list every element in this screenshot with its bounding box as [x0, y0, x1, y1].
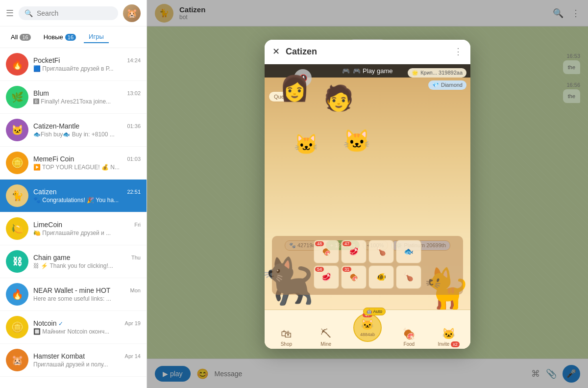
- chat-name-notcoin: Notcoin ✓: [33, 319, 63, 327]
- food-item-4[interactable]: 54 🥩: [314, 265, 339, 289]
- food-item-2[interactable]: 🍗: [368, 240, 394, 263]
- nav-generate[interactable]: 47 🤖 Auto 🐱 4884ab: [353, 313, 382, 342]
- tab-all-badge: 16: [20, 34, 30, 41]
- search-input[interactable]: [37, 9, 112, 17]
- nav-shop-label: Shop: [281, 341, 292, 347]
- sidebar: ☰ 🔍 🐹 All 16 Новые 16 Игры 🔥 PocketFi: [0, 0, 147, 388]
- tab-new[interactable]: Новые 16: [39, 31, 81, 43]
- tab-new-badge: 16: [65, 34, 76, 41]
- tab-all-label: All: [11, 33, 18, 41]
- food-grid: 48 🍖 47 🥩 🍗 🐟: [272, 236, 463, 295]
- chat-item-catizen-mantle[interactable]: 🐱 Catizen-Mantle 01:36 🐟Fish buy🐟 Buy in…: [0, 114, 147, 147]
- chat-item-catizen[interactable]: 🐈 Catizen 22:51 🐾 Congratulations! 🎉 You…: [0, 180, 147, 212]
- chat-info-catizen-mantle: Catizen-Mantle 01:36 🐟Fish buy🐟 Buy in: …: [33, 122, 141, 138]
- chat-name-blum: Blum: [33, 89, 49, 97]
- food-badge-1: 47: [343, 241, 351, 246]
- chat-preview-chain: ⛓ ⚡ Thank you for clicking!...: [33, 262, 141, 269]
- nav-mine-label: Mine: [320, 341, 331, 347]
- food-item-3[interactable]: 🐟: [396, 240, 421, 263]
- search-icon: 🔍: [24, 9, 33, 17]
- main-chat: 🐈 Catizen bot 🔍 ⋮ Yesterday 16:53 the 16…: [147, 0, 588, 388]
- chat-name-memefi: MemeFi Coin: [33, 155, 74, 163]
- chat-item-blum[interactable]: 🌿 Blum 13:02 🅱 Finally! Ares21Toxa joine…: [0, 81, 147, 114]
- chat-time-catizen: 22:51: [127, 189, 141, 195]
- chat-time-catizen-mantle: 01:36: [127, 123, 141, 129]
- game-character-man: 🧑: [323, 84, 354, 112]
- game-bottom-nav: 🛍 Shop ⛏ Mine 47 🤖 Auto 🐱 4884ab 🍖: [265, 310, 470, 349]
- popup-close-button[interactable]: ✕: [272, 46, 280, 57]
- chat-name-catizen-mantle: Catizen-Mantle: [33, 122, 79, 130]
- nav-invite[interactable]: 🐱 Invite x2: [437, 328, 461, 347]
- chat-avatar-pocketfi: 🔥: [6, 53, 28, 76]
- chat-preview-catizen-mantle: 🐟Fish buy🐟 Buy in: +8100 ...: [33, 131, 141, 138]
- crypto-badge: 🌟 Крип... 319892aa: [408, 68, 466, 78]
- tab-games-label: Игры: [89, 33, 104, 40]
- nav-shop[interactable]: 🛍 Shop: [274, 328, 298, 347]
- invite-icon: 🐱: [442, 328, 455, 340]
- chat-time-memefi: 01:03: [127, 156, 141, 162]
- nav-generate-sub: 4884ab: [360, 332, 375, 337]
- chat-time-notcoin: Apr 19: [125, 320, 141, 326]
- chat-info-catizen: Catizen 22:51 🐾 Congratulations! 🎉 You h…: [33, 188, 141, 204]
- chat-name-chain: Chain game: [33, 254, 71, 261]
- generate-icon: 🐱: [361, 318, 374, 331]
- chat-time-chain: Thu: [131, 255, 141, 260]
- auto-badge: 🤖 Auto: [363, 308, 386, 315]
- verified-icon-notcoin: ✓: [58, 320, 63, 327]
- chat-preview-near: Here are some useful links: ...: [33, 295, 141, 302]
- tab-new-label: Новые: [44, 33, 63, 41]
- chat-avatar-notcoin: 🪙: [6, 316, 28, 338]
- chat-item-limecoin[interactable]: 🍋 LimeCoin Fri 🍋 Приглашайте друзей и ..…: [0, 212, 147, 245]
- chat-time-hamster: Apr 14: [125, 353, 141, 359]
- mine-icon: ⛏: [320, 328, 331, 340]
- game-popup: ✕ Catizen ⋮ 🌟 Крип... 319892aa 💎 Diamond: [265, 40, 470, 349]
- chat-avatar-limecoin: 🍋: [6, 217, 28, 240]
- food-badge-4: 54: [315, 267, 324, 272]
- game-top-bar: 🌟 Крип... 319892aa 💎 Diamond: [408, 68, 466, 90]
- chat-item-hamster[interactable]: 🐹 Hamster Kombat Apr 14 Приглашай друзей…: [0, 344, 147, 377]
- chat-name-near: NEAR Wallet - mine HOT: [33, 286, 110, 294]
- chat-item-near[interactable]: 🔥 NEAR Wallet - mine HOT Mon Here are so…: [0, 278, 147, 311]
- chat-preview-limecoin: 🍋 Приглашайте друзей и ...: [33, 230, 141, 236]
- popup-menu-icon[interactable]: ⋮: [454, 46, 463, 57]
- chat-item-chain[interactable]: ⛓ Chain game Thu ⛓ ⚡ Thank you for click…: [0, 245, 147, 278]
- diamond-badge-text: Diamond: [441, 82, 463, 88]
- chat-avatar-near: 🔥: [6, 283, 28, 306]
- food-item-5[interactable]: 31 🍖: [341, 265, 367, 289]
- crypto-badge-text: Крип... 319892aa: [420, 70, 463, 76]
- shop-icon: 🛍: [281, 328, 292, 340]
- food-item-1[interactable]: 47 🥩: [341, 240, 367, 263]
- chat-preview-blum: 🅱 Finally! Ares21Toxa joine...: [33, 98, 141, 105]
- chat-preview-catizen: 🐾 Congratulations! 🎉 You ha...: [33, 197, 141, 204]
- chat-name-pocketfi: PocketFi: [33, 56, 60, 64]
- nav-mine[interactable]: ⛏ Mine: [314, 328, 338, 347]
- food-item-7[interactable]: 🍗: [396, 265, 421, 289]
- chat-info-pocketfi: PocketFi 14:24 🟦 Приглашайте друзей в Р.…: [33, 56, 141, 72]
- chat-preview-hamster: Приглашай друзей и полу...: [33, 361, 141, 368]
- play-game-icon: 🎮: [342, 67, 350, 75]
- chat-avatar-memefi: 🪙: [6, 152, 28, 174]
- food-item-0[interactable]: 48 🍖: [314, 240, 339, 263]
- search-bar[interactable]: 🔍: [19, 6, 118, 20]
- tab-all[interactable]: All 16: [6, 31, 36, 43]
- nav-food[interactable]: 🍖 Food: [397, 328, 421, 347]
- user-avatar[interactable]: 🐹: [123, 4, 141, 22]
- food-item-6[interactable]: 🐠: [368, 265, 394, 289]
- chat-item-notcoin[interactable]: 🪙 Notcoin ✓ Apr 19 🔲 Майнинг Notcoin око…: [0, 311, 147, 344]
- tab-games[interactable]: Игры: [84, 31, 109, 43]
- play-game-label: 🎮 Play game: [353, 67, 392, 75]
- chat-time-limecoin: Fri: [134, 222, 141, 228]
- hamburger-icon[interactable]: ☰: [6, 8, 14, 19]
- chat-info-memefi: MemeFi Coin 01:03 ▶️ TOP YOUR LEAGUE! 💰 …: [33, 155, 141, 171]
- chat-item-memefi[interactable]: 🪙 MemeFi Coin 01:03 ▶️ TOP YOUR LEAGUE! …: [0, 147, 147, 180]
- cat-middle-2: 🐱: [343, 128, 370, 154]
- chat-preview-notcoin: 🔲 Майнинг Notcoin оконч...: [33, 328, 141, 335]
- chat-avatar-hamster: 🐹: [6, 349, 28, 371]
- game-character-woman: 👩: [279, 74, 310, 103]
- chat-item-pocketfi[interactable]: 🔥 PocketFi 14:24 🟦 Приглашайте друзей в …: [0, 48, 147, 81]
- nav-food-label: Food: [403, 341, 415, 347]
- chat-info-chain: Chain game Thu ⛓ ⚡ Thank you for clickin…: [33, 254, 141, 269]
- user-avatar-emoji: 🐹: [126, 8, 137, 19]
- chat-info-near: NEAR Wallet - mine HOT Mon Here are some…: [33, 286, 141, 302]
- chat-info-notcoin: Notcoin ✓ Apr 19 🔲 Майнинг Notcoin оконч…: [33, 319, 141, 335]
